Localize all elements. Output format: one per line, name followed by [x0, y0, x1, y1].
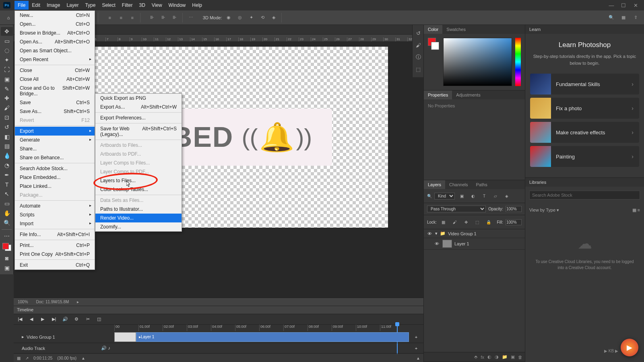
lock-all-icon[interactable]: 🔒 [484, 218, 493, 226]
file-menu-item[interactable]: Scripts [15, 210, 95, 219]
file-menu-item[interactable]: RevertF12 [15, 116, 95, 125]
learn-card-fundamental[interactable]: Fundamental Skills› [530, 74, 639, 95]
file-menu-item[interactable]: Close and Go to Bridge...Shift+Ctrl+W [15, 84, 95, 98]
properties-tab[interactable]: Properties [424, 90, 452, 99]
export-menu-item[interactable]: Quick Export as PNG [95, 94, 182, 103]
dodge-tool[interactable]: ◔ [1, 161, 13, 170]
visibility-toggle[interactable]: 👁 [426, 231, 433, 236]
export-menu-item[interactable]: Color Lookup Tables... [95, 185, 182, 194]
filter-pixel-icon[interactable]: ▣ [457, 191, 466, 200]
paths-tab[interactable]: Paths [472, 180, 491, 189]
3d-icon-4[interactable]: ⟲ [258, 13, 267, 22]
marquee-tool[interactable]: ▭ [1, 37, 13, 45]
view-by-type[interactable]: View by Type [529, 208, 555, 212]
lock-pos-icon[interactable]: ✥ [462, 218, 471, 226]
crop-tool[interactable]: ⛶ [1, 65, 13, 74]
tl-convert-icon[interactable]: ▦ [17, 356, 21, 360]
adjustments-tab[interactable]: Adjustments [452, 90, 485, 99]
filter-type-icon[interactable]: T [480, 191, 489, 200]
tl-first-frame[interactable]: |◀ [16, 315, 24, 323]
history-icon[interactable]: ↺ [414, 29, 422, 37]
file-menu-item[interactable]: Open Recent [15, 55, 95, 64]
menu-image[interactable]: Image [43, 1, 63, 10]
minimize-button[interactable]: ― [606, 2, 617, 9]
new-group-icon[interactable]: 📁 [502, 354, 508, 360]
panel-bg-color[interactable] [431, 42, 439, 50]
eraser-tool[interactable]: ◧ [1, 132, 13, 141]
export-menu-item[interactable]: Export As...Alt+Shift+Ctrl+W [95, 103, 182, 111]
workspace-icon[interactable]: ▦ [619, 13, 628, 22]
timeline-ruler[interactable]: 0001:00f02:00f03:00f04:00f05:00f06:00f07… [114, 325, 415, 331]
color-field[interactable] [443, 38, 512, 86]
new-fill-icon[interactable]: ◑ [495, 354, 499, 360]
fill-input[interactable] [506, 219, 522, 225]
file-menu-item[interactable]: Import [15, 219, 95, 228]
export-menu-item[interactable]: Paths to Illustrator... [95, 205, 182, 214]
eyedropper-tool[interactable]: ✎ [1, 84, 13, 93]
search-icon[interactable]: 🔍 [607, 13, 616, 22]
view-grid-icon[interactable]: ▦ ≡ [632, 208, 640, 213]
libraries-tab[interactable]: Libraries [525, 177, 644, 187]
learn-card-painting[interactable]: Painting› [530, 146, 639, 167]
align-center-icon[interactable]: ≡ [117, 13, 126, 22]
quickmask-tool[interactable]: ◙ [1, 254, 13, 263]
distribute-h-icon[interactable]: ⊪ [148, 13, 157, 22]
path-tool[interactable]: ↖ [1, 190, 13, 199]
add-audio[interactable]: + [412, 344, 420, 352]
export-menu-item[interactable]: Artboards to Files... [95, 141, 182, 150]
audio-track[interactable]: Audio Track 🔊 ♪ + [14, 343, 423, 354]
move-tool[interactable]: ✥ [1, 27, 13, 36]
play-badge[interactable]: ▶ [621, 339, 638, 356]
maximize-button[interactable]: ☐ [618, 2, 629, 9]
file-menu-item[interactable]: Print...Ctrl+P [15, 241, 95, 250]
file-menu-item[interactable]: Open As...Alt+Shift+Ctrl+O [15, 37, 95, 46]
link-layers-icon[interactable]: ⬘ [474, 354, 477, 360]
tl-settings[interactable]: ⚙ [72, 315, 80, 323]
3d-icon-5[interactable]: ◈ [269, 13, 278, 22]
file-menu-item[interactable]: Close AllAlt+Ctrl+W [15, 75, 95, 84]
filter-smart-icon[interactable]: ◈ [502, 191, 511, 200]
share-icon[interactable]: ⇪ [631, 13, 640, 22]
menu-view[interactable]: View [149, 1, 165, 10]
close-button[interactable]: ✕ [630, 2, 641, 9]
history-brush-tool[interactable]: ↺ [1, 123, 13, 132]
tl-transition[interactable]: ◫ [95, 315, 103, 323]
hand-tool[interactable]: ✋ [1, 209, 13, 218]
brush-settings-icon[interactable]: 🖌 [414, 41, 422, 49]
wand-tool[interactable]: ✦ [1, 56, 13, 64]
add-media[interactable]: + [412, 333, 420, 341]
file-menu-item[interactable]: CloseCtrl+W [15, 66, 95, 75]
file-menu-item[interactable]: Open as Smart Object... [15, 46, 95, 55]
doc-size[interactable]: Doc: 11.9M/15.8M [36, 300, 69, 304]
home-icon[interactable]: ⌂ [4, 13, 13, 22]
foreground-color[interactable] [2, 243, 9, 249]
export-menu-item[interactable]: Save for Web (Legacy)...Alt+Shift+Ctrl+S [95, 124, 182, 139]
file-menu-item[interactable]: Print One CopyAlt+Shift+Ctrl+P [15, 250, 95, 259]
align-right-icon[interactable]: ≡ [128, 13, 137, 22]
export-menu-item[interactable]: Artboards to PDF... [95, 150, 182, 158]
filter-kind-select[interactable]: Kind [434, 193, 455, 200]
file-menu-item[interactable]: Share on Behance... [15, 153, 95, 162]
align-left-icon[interactable]: ≡ [105, 13, 114, 22]
tl-prev-frame[interactable]: ◀ [27, 315, 35, 323]
tl-mute[interactable]: 🔊 [61, 315, 69, 323]
file-menu-item[interactable]: Share... [15, 144, 95, 153]
zoom-level[interactable]: 100% [18, 300, 28, 304]
menu-edit[interactable]: Edit [29, 1, 43, 10]
status-arrow[interactable]: ▸ [77, 300, 79, 304]
edit-toolbar[interactable]: ⋯ [1, 232, 13, 241]
file-menu-item[interactable]: Place Linked... [15, 182, 95, 191]
timeline-header[interactable]: Timeline [14, 306, 423, 314]
swatches-tab[interactable]: Swatches [442, 25, 470, 34]
export-menu-item[interactable]: Render Video... [95, 214, 182, 222]
clip-layer1[interactable]: ▸Layer 1 [136, 332, 409, 342]
export-menu-item[interactable]: Export Preferences... [95, 113, 182, 122]
lock-trans-icon[interactable]: ▦ [439, 218, 448, 226]
distribute-v-icon[interactable]: ⊪ [159, 13, 168, 22]
layer-row[interactable]: 👁 Layer 1 [424, 238, 525, 250]
file-menu-item[interactable]: SaveCtrl+S [15, 98, 95, 107]
file-menu-item[interactable]: New...Ctrl+N [15, 11, 95, 20]
screenmode-tool[interactable]: ▣ [1, 263, 13, 272]
distribute-3-icon[interactable]: ⊪ [170, 13, 179, 22]
more-options-icon[interactable]: ⋯ [187, 13, 196, 22]
